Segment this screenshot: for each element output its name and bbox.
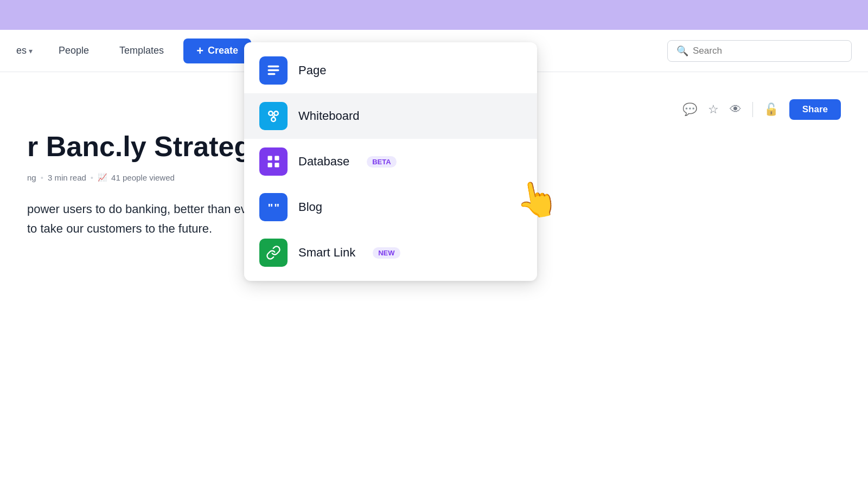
meta-read: 3 min read	[48, 173, 86, 182]
trend-icon: 📈	[98, 173, 107, 182]
share-button[interactable]: Share	[789, 99, 841, 120]
smartlink-new-badge: NEW	[373, 247, 400, 259]
whiteboard-icon	[259, 102, 288, 130]
search-box[interactable]: 🔍	[667, 40, 852, 62]
database-beta-badge: BETA	[367, 156, 396, 168]
star-icon[interactable]: ☆	[708, 102, 719, 117]
dropdown-item-whiteboard[interactable]: Whiteboard	[244, 93, 537, 139]
svg-point-5	[271, 118, 276, 122]
eye-icon[interactable]: 👁	[730, 102, 742, 117]
dropdown-database-label: Database	[298, 155, 349, 169]
database-icon	[259, 147, 288, 176]
meta-views: 41 people viewed	[111, 173, 175, 182]
svg-rect-9	[275, 156, 279, 160]
dropdown-whiteboard-label: Whiteboard	[298, 109, 360, 123]
svg-point-3	[269, 111, 273, 115]
dropdown-item-database[interactable]: Database BETA	[244, 139, 537, 184]
pages-chevron-icon: ▾	[29, 47, 33, 55]
lock-icon[interactable]: 🔓	[764, 102, 778, 117]
create-plus-icon: +	[196, 44, 203, 58]
search-icon: 🔍	[676, 45, 688, 57]
search-input[interactable]	[693, 46, 843, 56]
page-icon	[259, 56, 288, 85]
svg-rect-8	[268, 156, 272, 160]
create-button[interactable]: + Create	[183, 38, 251, 63]
svg-point-4	[274, 111, 278, 115]
smartlink-icon	[259, 239, 288, 267]
svg-text:": "	[274, 201, 279, 214]
svg-line-7	[274, 115, 275, 118]
dropdown-item-page[interactable]: Page	[244, 48, 537, 93]
nav-people-link[interactable]: People	[43, 45, 104, 56]
dropdown-smartlink-label: Smart Link	[298, 246, 355, 260]
svg-rect-1	[268, 69, 279, 72]
meta-dot-1: •	[41, 173, 43, 182]
meta-author: ng	[27, 173, 36, 182]
svg-rect-0	[268, 66, 279, 68]
svg-rect-10	[268, 163, 272, 167]
svg-rect-2	[268, 73, 276, 75]
create-label: Create	[208, 45, 238, 56]
dropdown-item-blog[interactable]: " " Blog	[244, 184, 537, 230]
blog-icon: " "	[259, 193, 288, 221]
dropdown-page-label: Page	[298, 63, 326, 78]
pages-label: es	[16, 45, 27, 56]
dropdown-item-smartlink[interactable]: Smart Link NEW	[244, 230, 537, 275]
comment-icon[interactable]: 💬	[682, 102, 697, 117]
top-banner	[0, 0, 868, 30]
nav-pages-link[interactable]: es ▾	[16, 45, 33, 56]
svg-rect-11	[275, 163, 279, 167]
toolbar-divider	[752, 102, 753, 117]
dropdown-blog-label: Blog	[298, 200, 322, 214]
create-dropdown: Page Whiteboard Database BETA	[244, 42, 537, 281]
svg-text:": "	[268, 201, 273, 214]
meta-dot-2: •	[91, 173, 93, 182]
nav-templates-link[interactable]: Templates	[104, 45, 179, 56]
